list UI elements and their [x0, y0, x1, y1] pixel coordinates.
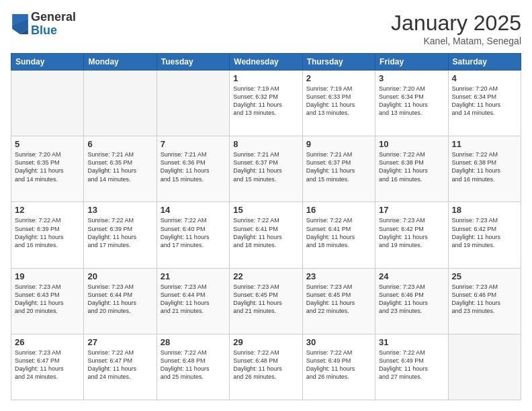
day-number: 19 [15, 271, 80, 281]
table-row: 16Sunrise: 7:22 AM Sunset: 6:41 PM Dayli… [302, 202, 375, 268]
day-number: 24 [379, 271, 444, 281]
table-row: 5Sunrise: 7:20 AM Sunset: 6:35 PM Daylig… [11, 136, 84, 202]
table-row [157, 71, 229, 136]
table-row: 29Sunrise: 7:22 AM Sunset: 6:48 PM Dayli… [230, 334, 302, 400]
header: General Blue January 2025 Kanel, Matam, … [11, 11, 521, 46]
table-row: 12Sunrise: 7:22 AM Sunset: 6:39 PM Dayli… [11, 202, 84, 268]
table-row: 30Sunrise: 7:22 AM Sunset: 6:49 PM Dayli… [302, 334, 375, 400]
table-row: 17Sunrise: 7:23 AM Sunset: 6:42 PM Dayli… [375, 202, 448, 268]
calendar-header-row: Sunday Monday Tuesday Wednesday Thursday… [11, 54, 521, 71]
cell-text: Sunrise: 7:22 AM Sunset: 6:41 PM Dayligh… [233, 216, 298, 249]
col-wednesday: Wednesday [230, 54, 302, 71]
table-row: 23Sunrise: 7:23 AM Sunset: 6:45 PM Dayli… [302, 268, 375, 334]
day-number: 29 [233, 337, 298, 347]
col-friday: Friday [375, 54, 448, 71]
table-row: 4Sunrise: 7:20 AM Sunset: 6:34 PM Daylig… [448, 71, 521, 136]
logo: General Blue [11, 11, 76, 38]
day-number: 12 [15, 205, 80, 215]
day-number: 16 [306, 205, 371, 215]
day-number: 8 [233, 139, 298, 149]
day-number: 28 [161, 337, 226, 347]
logo-icon [12, 14, 28, 34]
cell-text: Sunrise: 7:23 AM Sunset: 6:45 PM Dayligh… [233, 283, 298, 316]
table-row: 31Sunrise: 7:22 AM Sunset: 6:49 PM Dayli… [375, 334, 448, 400]
table-row: 11Sunrise: 7:22 AM Sunset: 6:38 PM Dayli… [448, 136, 521, 202]
day-number: 22 [233, 271, 298, 281]
day-number: 27 [87, 337, 152, 347]
table-row: 9Sunrise: 7:21 AM Sunset: 6:37 PM Daylig… [302, 136, 375, 202]
day-number: 25 [452, 271, 517, 281]
table-row [84, 71, 157, 136]
calendar-week-row: 26Sunrise: 7:23 AM Sunset: 6:47 PM Dayli… [11, 334, 521, 400]
day-number: 26 [15, 337, 80, 347]
location-subtitle: Kanel, Matam, Senegal [391, 36, 521, 46]
cell-text: Sunrise: 7:21 AM Sunset: 6:35 PM Dayligh… [87, 150, 152, 183]
cell-text: Sunrise: 7:23 AM Sunset: 6:43 PM Dayligh… [15, 283, 80, 316]
cell-text: Sunrise: 7:23 AM Sunset: 6:44 PM Dayligh… [161, 283, 226, 316]
table-row: 2Sunrise: 7:19 AM Sunset: 6:33 PM Daylig… [302, 71, 375, 136]
cell-text: Sunrise: 7:21 AM Sunset: 6:37 PM Dayligh… [233, 150, 298, 183]
table-row: 26Sunrise: 7:23 AM Sunset: 6:47 PM Dayli… [11, 334, 84, 400]
day-number: 6 [87, 139, 152, 149]
cell-text: Sunrise: 7:22 AM Sunset: 6:40 PM Dayligh… [161, 216, 226, 249]
cell-text: Sunrise: 7:22 AM Sunset: 6:39 PM Dayligh… [15, 216, 80, 249]
cell-text: Sunrise: 7:22 AM Sunset: 6:38 PM Dayligh… [379, 150, 444, 183]
cell-text: Sunrise: 7:22 AM Sunset: 6:47 PM Dayligh… [87, 349, 152, 381]
day-number: 14 [161, 205, 226, 215]
day-number: 23 [306, 271, 371, 281]
cell-text: Sunrise: 7:22 AM Sunset: 6:48 PM Dayligh… [161, 349, 226, 381]
day-number: 3 [379, 73, 444, 83]
table-row [448, 334, 521, 400]
table-row: 6Sunrise: 7:21 AM Sunset: 6:35 PM Daylig… [84, 136, 157, 202]
cell-text: Sunrise: 7:23 AM Sunset: 6:46 PM Dayligh… [379, 283, 444, 316]
calendar-week-row: 1Sunrise: 7:19 AM Sunset: 6:32 PM Daylig… [11, 71, 521, 136]
day-number: 5 [15, 139, 80, 149]
cell-text: Sunrise: 7:23 AM Sunset: 6:47 PM Dayligh… [15, 349, 80, 381]
cell-text: Sunrise: 7:19 AM Sunset: 6:32 PM Dayligh… [233, 85, 298, 118]
day-number: 2 [306, 73, 371, 83]
table-row: 24Sunrise: 7:23 AM Sunset: 6:46 PM Dayli… [375, 268, 448, 334]
table-row: 10Sunrise: 7:22 AM Sunset: 6:38 PM Dayli… [375, 136, 448, 202]
cell-text: Sunrise: 7:21 AM Sunset: 6:36 PM Dayligh… [161, 150, 226, 183]
table-row: 14Sunrise: 7:22 AM Sunset: 6:40 PM Dayli… [157, 202, 229, 268]
cell-text: Sunrise: 7:20 AM Sunset: 6:35 PM Dayligh… [15, 150, 80, 183]
cell-text: Sunrise: 7:23 AM Sunset: 6:42 PM Dayligh… [379, 216, 444, 249]
cell-text: Sunrise: 7:21 AM Sunset: 6:37 PM Dayligh… [306, 150, 371, 183]
cell-text: Sunrise: 7:23 AM Sunset: 6:42 PM Dayligh… [452, 216, 517, 249]
table-row: 19Sunrise: 7:23 AM Sunset: 6:43 PM Dayli… [11, 268, 84, 334]
table-row: 27Sunrise: 7:22 AM Sunset: 6:47 PM Dayli… [84, 334, 157, 400]
title-block: January 2025 Kanel, Matam, Senegal [391, 11, 521, 46]
cell-text: Sunrise: 7:19 AM Sunset: 6:33 PM Dayligh… [306, 85, 371, 118]
logo-blue: Blue [31, 24, 76, 38]
day-number: 30 [306, 337, 371, 347]
table-row: 22Sunrise: 7:23 AM Sunset: 6:45 PM Dayli… [230, 268, 302, 334]
day-number: 17 [379, 205, 444, 215]
day-number: 9 [306, 139, 371, 149]
calendar: Sunday Monday Tuesday Wednesday Thursday… [11, 53, 521, 400]
table-row: 25Sunrise: 7:23 AM Sunset: 6:46 PM Dayli… [448, 268, 521, 334]
cell-text: Sunrise: 7:22 AM Sunset: 6:48 PM Dayligh… [233, 349, 298, 381]
cell-text: Sunrise: 7:23 AM Sunset: 6:46 PM Dayligh… [452, 283, 517, 316]
calendar-week-row: 19Sunrise: 7:23 AM Sunset: 6:43 PM Dayli… [11, 268, 521, 334]
day-number: 20 [87, 271, 152, 281]
col-saturday: Saturday [448, 54, 521, 71]
calendar-week-row: 5Sunrise: 7:20 AM Sunset: 6:35 PM Daylig… [11, 136, 521, 202]
day-number: 21 [161, 271, 226, 281]
calendar-week-row: 12Sunrise: 7:22 AM Sunset: 6:39 PM Dayli… [11, 202, 521, 268]
table-row: 18Sunrise: 7:23 AM Sunset: 6:42 PM Dayli… [448, 202, 521, 268]
table-row: 7Sunrise: 7:21 AM Sunset: 6:36 PM Daylig… [157, 136, 229, 202]
page: General Blue January 2025 Kanel, Matam, … [0, 0, 532, 411]
table-row: 20Sunrise: 7:23 AM Sunset: 6:44 PM Dayli… [84, 268, 157, 334]
table-row: 28Sunrise: 7:22 AM Sunset: 6:48 PM Dayli… [157, 334, 229, 400]
day-number: 18 [452, 205, 517, 215]
logo-text: General Blue [31, 11, 76, 38]
month-title: January 2025 [391, 11, 521, 36]
day-number: 31 [379, 337, 444, 347]
cell-text: Sunrise: 7:20 AM Sunset: 6:34 PM Dayligh… [379, 85, 444, 118]
cell-text: Sunrise: 7:22 AM Sunset: 6:49 PM Dayligh… [379, 349, 444, 381]
col-tuesday: Tuesday [157, 54, 229, 71]
cell-text: Sunrise: 7:22 AM Sunset: 6:41 PM Dayligh… [306, 216, 371, 249]
day-number: 1 [233, 73, 298, 83]
cell-text: Sunrise: 7:23 AM Sunset: 6:45 PM Dayligh… [306, 283, 371, 316]
day-number: 15 [233, 205, 298, 215]
